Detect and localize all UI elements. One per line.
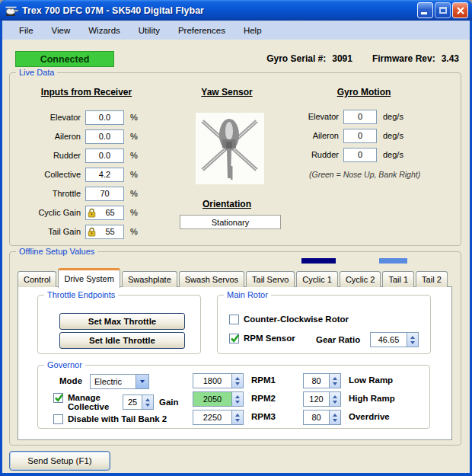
high-ramp-spinner[interactable]: 120: [303, 391, 341, 407]
governor-label: Governor: [44, 360, 85, 369]
receiver-row: Cyclic Gain 65 %: [14, 205, 138, 220]
unit-label: deg/s: [383, 150, 403, 159]
counter-clockwise-label: Counter-Clockwise Rotor: [244, 315, 349, 324]
rpm2-label: RPM2: [251, 394, 276, 403]
low-ramp-spinner[interactable]: 80: [303, 373, 341, 388]
spinner-arrows-icon[interactable]: [142, 395, 153, 409]
unit-label: %: [130, 170, 138, 179]
gyro-motion-row: Elevator 0 deg/s: [293, 109, 403, 124]
receiver-row-label: Collective: [14, 170, 81, 179]
receiver-row: Throttle 70 %: [14, 186, 138, 201]
receiver-row-label: Cyclic Gain: [14, 208, 81, 217]
tab-control[interactable]: Control: [18, 271, 56, 287]
throttle-input-display: 70: [85, 187, 124, 201]
tail-bank-indicator: [379, 258, 407, 264]
tab-cyclic-2[interactable]: Cyclic 2: [340, 271, 381, 287]
receiver-row: Rudder 0.0 %: [14, 148, 138, 163]
rpm1-spinner[interactable]: 1800: [193, 373, 244, 388]
gain-spinner[interactable]: 25: [123, 395, 154, 410]
spinner-arrows-icon[interactable]: [231, 411, 243, 424]
rpm-sensor-row: RPM Sensor: [229, 334, 295, 343]
gyro-rudder-display: 0: [343, 148, 377, 162]
main-rotor-group: Main Rotor Counter-Clockwise Rotor RPM S…: [217, 295, 431, 354]
unit-label: %: [130, 189, 138, 198]
spinner-arrows-icon[interactable]: [329, 392, 340, 406]
minimize-button[interactable]: [417, 2, 433, 18]
disable-tail-bank-checkbox[interactable]: [53, 414, 63, 424]
mode-dropdown[interactable]: Electric: [90, 374, 149, 389]
main-rotor-label: Main Rotor: [224, 290, 271, 299]
gain-label: Gain: [159, 398, 179, 407]
mode-label: Mode: [59, 376, 82, 385]
tab-cyclic-1[interactable]: Cyclic 1: [296, 271, 338, 287]
drive-system-tab-panel: Throttle Endpoints Set Max Throttle Set …: [18, 286, 452, 440]
unit-label: deg/s: [383, 112, 403, 121]
set-idle-throttle-button[interactable]: Set Idle Throttle: [59, 332, 185, 349]
live-data-group: Live Data Inputs from Receiver Elevator …: [9, 72, 461, 246]
menu-wizards[interactable]: Wizards: [81, 24, 128, 37]
menu-view[interactable]: View: [44, 24, 78, 37]
minimize-icon: [421, 12, 427, 14]
rpm2-spinner[interactable]: 2050: [193, 391, 244, 407]
spinner-arrows-icon[interactable]: [231, 392, 243, 406]
gyro-motion-note: (Green = Nose Up, Bank Right): [309, 170, 420, 179]
gyro-elevator-display: 0: [343, 110, 377, 124]
firmware-label: Firmware Rev:: [372, 53, 435, 64]
unit-label: deg/s: [383, 131, 403, 140]
rpm3-spinner[interactable]: 2250: [193, 410, 244, 425]
connection-status-badge: Connected: [15, 51, 114, 67]
title-bar: Trex 700 DFC 07M - SK540 Digital Flybar: [0, 0, 472, 21]
receiver-row-label: Tail Gain: [14, 227, 81, 236]
menu-help[interactable]: Help: [236, 24, 269, 37]
rpm1-label: RPM1: [251, 375, 276, 385]
device-info: Gyro Serial #: 3091 Firmware Rev: 3.43: [266, 53, 459, 64]
set-max-throttle-button[interactable]: Set Max Throttle: [59, 313, 185, 330]
menu-utility[interactable]: Utility: [131, 24, 167, 37]
receiver-row-label: Elevator: [14, 113, 81, 122]
live-data-group-label: Live Data: [16, 68, 57, 77]
lock-icon: [88, 227, 96, 237]
tab-tail-2[interactable]: Tail 2: [416, 271, 448, 287]
gyro-serial-value: 3091: [332, 53, 352, 64]
offline-setup-group: Offline Setup Values Control Drive Syste…: [9, 251, 461, 446]
close-icon: [456, 6, 465, 15]
send-setup-button[interactable]: Send Setup (F1): [9, 451, 110, 471]
throttle-endpoints-group: Throttle Endpoints Set Max Throttle Set …: [37, 295, 201, 354]
unit-label: %: [130, 132, 138, 141]
tab-swash-servos[interactable]: Swash Servos: [179, 271, 244, 287]
tab-drive-system[interactable]: Drive System: [58, 268, 120, 288]
disable-tail-bank-row: Disable with Tail Bank 2: [53, 414, 167, 424]
unit-label: %: [130, 208, 138, 217]
receiver-row: Elevator 0.0 %: [14, 110, 138, 125]
overdrive-spinner[interactable]: 80: [303, 410, 341, 425]
close-button[interactable]: [452, 2, 468, 18]
spinner-arrows-icon[interactable]: [407, 333, 418, 347]
ccw-rotor-row: Counter-Clockwise Rotor: [229, 315, 349, 324]
cyclic-gain-display: 65: [85, 206, 124, 220]
menu-preferences[interactable]: Preferences: [171, 24, 233, 37]
lock-icon: [88, 208, 96, 218]
gear-ratio-label: Gear Ratio: [316, 335, 360, 344]
aileron-input-display: 0.0: [85, 129, 124, 144]
receiver-row: Aileron 0.0 %: [14, 129, 138, 144]
dropdown-arrow-icon[interactable]: [136, 375, 148, 388]
spinner-arrows-icon[interactable]: [329, 374, 340, 388]
rpm3-label: RPM3: [251, 412, 276, 421]
rpm-sensor-checkbox[interactable]: [229, 334, 239, 343]
gyro-serial-label: Gyro Serial #:: [266, 53, 326, 64]
spinner-arrows-icon[interactable]: [231, 374, 243, 388]
gear-ratio-spinner[interactable]: 46.65: [370, 332, 419, 347]
manage-collective-checkbox[interactable]: [53, 393, 63, 403]
tab-swashplate[interactable]: Swashplate: [122, 271, 177, 287]
low-ramp-label: Low Ramp: [349, 375, 393, 385]
spinner-arrows-icon[interactable]: [329, 411, 340, 424]
menu-bar: File View Wizards Utility Preferences He…: [2, 21, 470, 40]
tab-tail-servo[interactable]: Tail Servo: [246, 271, 295, 287]
tab-tail-1[interactable]: Tail 1: [382, 271, 414, 287]
menu-file[interactable]: File: [11, 24, 41, 37]
app-window: Trex 700 DFC 07M - SK540 Digital Flybar …: [0, 0, 472, 476]
yaw-sensor-heading: Yaw Sensor: [174, 87, 280, 97]
maximize-button[interactable]: [435, 2, 451, 18]
setup-tab-bar: Control Drive System Swashplate Swash Se…: [18, 268, 448, 287]
counter-clockwise-checkbox[interactable]: [229, 315, 239, 324]
